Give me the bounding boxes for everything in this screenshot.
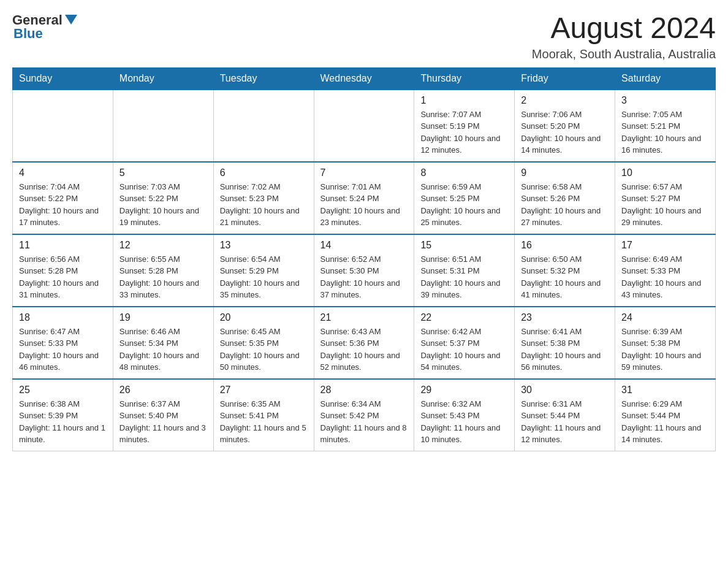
calendar-cell: 1Sunrise: 7:07 AMSunset: 5:19 PMDaylight… [414, 90, 515, 162]
calendar-cell: 28Sunrise: 6:34 AMSunset: 5:42 PMDayligh… [314, 379, 414, 451]
day-number: 5 [119, 167, 207, 178]
location-title: Moorak, South Australia, Australia [532, 47, 716, 61]
calendar-cell: 8Sunrise: 6:59 AMSunset: 5:25 PMDaylight… [414, 162, 515, 234]
calendar-table: SundayMondayTuesdayWednesdayThursdayFrid… [12, 67, 716, 451]
weekday-header-monday: Monday [113, 67, 213, 90]
weekday-header-saturday: Saturday [615, 67, 716, 90]
calendar-cell: 4Sunrise: 7:04 AMSunset: 5:22 PMDaylight… [13, 162, 113, 234]
calendar-week-row: 4Sunrise: 7:04 AMSunset: 5:22 PMDaylight… [13, 162, 716, 234]
calendar-cell: 27Sunrise: 6:35 AMSunset: 5:41 PMDayligh… [213, 379, 314, 451]
day-number: 9 [521, 167, 609, 178]
month-title: August 2024 [532, 12, 716, 45]
weekday-header-friday: Friday [515, 67, 615, 90]
day-number: 19 [119, 312, 207, 323]
day-number: 14 [320, 240, 408, 251]
calendar-cell: 18Sunrise: 6:47 AMSunset: 5:33 PMDayligh… [13, 307, 113, 379]
day-number: 12 [119, 240, 207, 251]
day-number: 21 [320, 312, 408, 323]
day-info: Sunrise: 6:43 AMSunset: 5:36 PMDaylight:… [320, 326, 408, 373]
day-info: Sunrise: 6:51 AMSunset: 5:31 PMDaylight:… [420, 253, 508, 301]
logo-blue-text: Blue [13, 26, 43, 42]
day-number: 1 [420, 95, 508, 106]
day-info: Sunrise: 6:32 AMSunset: 5:43 PMDaylight:… [420, 398, 508, 446]
day-info: Sunrise: 6:39 AMSunset: 5:38 PMDaylight:… [621, 326, 709, 373]
calendar-cell: 26Sunrise: 6:37 AMSunset: 5:40 PMDayligh… [113, 379, 213, 451]
calendar-cell: 21Sunrise: 6:43 AMSunset: 5:36 PMDayligh… [314, 307, 414, 379]
day-number: 28 [320, 385, 408, 396]
day-number: 24 [621, 312, 709, 323]
day-info: Sunrise: 7:02 AMSunset: 5:23 PMDaylight:… [220, 181, 308, 229]
day-info: Sunrise: 6:45 AMSunset: 5:35 PMDaylight:… [220, 326, 308, 373]
day-number: 29 [420, 385, 508, 396]
calendar-cell: 29Sunrise: 6:32 AMSunset: 5:43 PMDayligh… [414, 379, 515, 451]
day-number: 7 [320, 167, 408, 178]
day-number: 11 [19, 240, 107, 251]
day-info: Sunrise: 6:54 AMSunset: 5:29 PMDaylight:… [220, 253, 308, 301]
day-info: Sunrise: 6:34 AMSunset: 5:42 PMDaylight:… [320, 398, 408, 446]
day-info: Sunrise: 6:56 AMSunset: 5:28 PMDaylight:… [19, 253, 107, 301]
calendar-cell: 23Sunrise: 6:41 AMSunset: 5:38 PMDayligh… [515, 307, 615, 379]
calendar-cell: 13Sunrise: 6:54 AMSunset: 5:29 PMDayligh… [213, 234, 314, 307]
day-info: Sunrise: 6:59 AMSunset: 5:25 PMDaylight:… [420, 181, 508, 229]
calendar-cell: 5Sunrise: 7:03 AMSunset: 5:22 PMDaylight… [113, 162, 213, 234]
calendar-cell: 6Sunrise: 7:02 AMSunset: 5:23 PMDaylight… [213, 162, 314, 234]
day-info: Sunrise: 6:50 AMSunset: 5:32 PMDaylight:… [521, 253, 609, 301]
calendar-cell: 17Sunrise: 6:49 AMSunset: 5:33 PMDayligh… [615, 234, 716, 307]
calendar-cell [13, 90, 113, 162]
calendar-cell: 9Sunrise: 6:58 AMSunset: 5:26 PMDaylight… [515, 162, 615, 234]
day-number: 31 [621, 385, 709, 396]
svg-marker-0 [65, 15, 77, 25]
day-info: Sunrise: 6:58 AMSunset: 5:26 PMDaylight:… [521, 181, 609, 229]
day-number: 4 [19, 167, 107, 178]
calendar-cell: 16Sunrise: 6:50 AMSunset: 5:32 PMDayligh… [515, 234, 615, 307]
day-info: Sunrise: 6:55 AMSunset: 5:28 PMDaylight:… [119, 253, 207, 301]
calendar-cell: 15Sunrise: 6:51 AMSunset: 5:31 PMDayligh… [414, 234, 515, 307]
day-number: 3 [621, 95, 709, 106]
day-number: 23 [521, 312, 609, 323]
calendar-cell: 20Sunrise: 6:45 AMSunset: 5:35 PMDayligh… [213, 307, 314, 379]
day-info: Sunrise: 6:47 AMSunset: 5:33 PMDaylight:… [19, 326, 107, 373]
day-number: 15 [420, 240, 508, 251]
logo: General Blue [12, 12, 77, 42]
calendar-cell: 3Sunrise: 7:05 AMSunset: 5:21 PMDaylight… [615, 90, 716, 162]
day-info: Sunrise: 7:01 AMSunset: 5:24 PMDaylight:… [320, 181, 408, 229]
day-number: 26 [119, 385, 207, 396]
day-number: 8 [420, 167, 508, 178]
day-info: Sunrise: 6:35 AMSunset: 5:41 PMDaylight:… [220, 398, 308, 446]
calendar-cell: 31Sunrise: 6:29 AMSunset: 5:44 PMDayligh… [615, 379, 716, 451]
calendar-cell: 19Sunrise: 6:46 AMSunset: 5:34 PMDayligh… [113, 307, 213, 379]
calendar-cell [314, 90, 414, 162]
day-info: Sunrise: 7:03 AMSunset: 5:22 PMDaylight:… [119, 181, 207, 229]
calendar-week-row: 18Sunrise: 6:47 AMSunset: 5:33 PMDayligh… [13, 307, 716, 379]
weekday-header-tuesday: Tuesday [213, 67, 314, 90]
day-number: 18 [19, 312, 107, 323]
day-number: 27 [220, 385, 308, 396]
calendar-cell: 22Sunrise: 6:42 AMSunset: 5:37 PMDayligh… [414, 307, 515, 379]
day-info: Sunrise: 6:38 AMSunset: 5:39 PMDaylight:… [19, 398, 107, 446]
day-info: Sunrise: 6:29 AMSunset: 5:44 PMDaylight:… [621, 398, 709, 446]
day-info: Sunrise: 7:06 AMSunset: 5:20 PMDaylight:… [521, 109, 609, 156]
day-info: Sunrise: 7:07 AMSunset: 5:19 PMDaylight:… [420, 109, 508, 156]
calendar-cell [213, 90, 314, 162]
calendar-cell: 14Sunrise: 6:52 AMSunset: 5:30 PMDayligh… [314, 234, 414, 307]
calendar-cell: 7Sunrise: 7:01 AMSunset: 5:24 PMDaylight… [314, 162, 414, 234]
calendar-week-row: 1Sunrise: 7:07 AMSunset: 5:19 PMDaylight… [13, 90, 716, 162]
calendar-week-row: 11Sunrise: 6:56 AMSunset: 5:28 PMDayligh… [13, 234, 716, 307]
weekday-header-sunday: Sunday [13, 67, 113, 90]
weekday-header-wednesday: Wednesday [314, 67, 414, 90]
day-number: 25 [19, 385, 107, 396]
day-number: 22 [420, 312, 508, 323]
day-number: 30 [521, 385, 609, 396]
calendar-cell: 12Sunrise: 6:55 AMSunset: 5:28 PMDayligh… [113, 234, 213, 307]
day-info: Sunrise: 7:04 AMSunset: 5:22 PMDaylight:… [19, 181, 107, 229]
day-info: Sunrise: 6:31 AMSunset: 5:44 PMDaylight:… [521, 398, 609, 446]
day-info: Sunrise: 6:49 AMSunset: 5:33 PMDaylight:… [621, 253, 709, 301]
calendar-cell: 30Sunrise: 6:31 AMSunset: 5:44 PMDayligh… [515, 379, 615, 451]
day-number: 17 [621, 240, 709, 251]
day-info: Sunrise: 6:37 AMSunset: 5:40 PMDaylight:… [119, 398, 207, 446]
logo-triangle-icon [65, 15, 77, 25]
day-info: Sunrise: 7:05 AMSunset: 5:21 PMDaylight:… [621, 109, 709, 156]
day-info: Sunrise: 6:57 AMSunset: 5:27 PMDaylight:… [621, 181, 709, 229]
day-number: 6 [220, 167, 308, 178]
day-number: 16 [521, 240, 609, 251]
